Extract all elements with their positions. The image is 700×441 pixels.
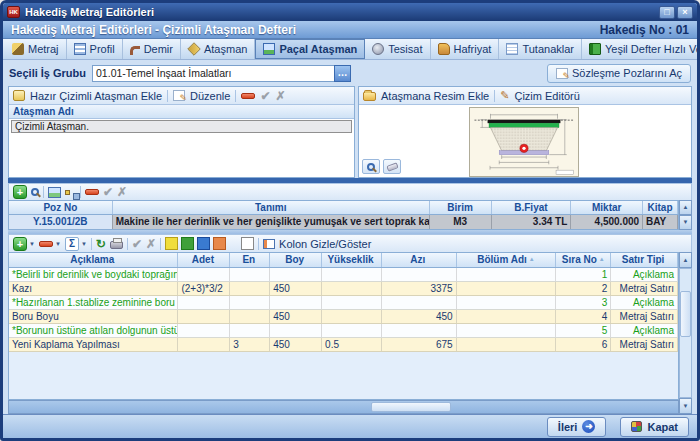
poz-column-header[interactable]: Birim [430,201,492,214]
satir-tipi-cell[interactable]: Metraj Satırı [611,338,678,351]
grid-row[interactable]: *Borunun üstüne atılan dolgunun üstüne d… [9,324,678,338]
scroll-up-icon[interactable]: ▲ [679,252,692,268]
poz-column-header[interactable]: Tanımı [113,201,430,214]
azi-cell[interactable] [382,268,457,281]
horizontal-scroll-thumb[interactable] [371,402,451,412]
boy-cell[interactable]: 450 [270,282,322,295]
grid-confirm-icon[interactable]: ✔ [132,237,142,251]
delete-attachment-icon[interactable] [241,93,255,99]
blue-highlight-swatch[interactable] [197,237,210,250]
tab-pacal-atasman[interactable]: Paçal Ataşman [255,39,365,59]
adet-cell[interactable] [178,338,230,351]
green-highlight-swatch[interactable] [181,237,194,250]
grid-column-header[interactable]: Bölüm Adı▲ [457,253,557,267]
scroll-down-icon[interactable]: ▼ [679,398,692,414]
add-poz-button[interactable]: + [13,185,27,199]
grid-row[interactable]: Boru Boyu 450 450 4 Metraj Satırı [9,310,678,324]
grid-column-header[interactable]: En [230,253,270,267]
vertical-scrollbar[interactable]: ▲ ▼ [679,252,692,414]
en-cell[interactable] [230,268,270,281]
satir-tipi-cell[interactable]: Metraj Satırı [611,282,678,295]
poz-no-cell[interactable]: Y.15.001/2B [9,215,113,229]
boy-cell[interactable] [270,324,322,337]
grid-row[interactable]: *Belirli bir derinlik ve boydaki toprağı… [9,268,678,282]
poz-preview-icon[interactable] [48,187,61,198]
yellow-highlight-swatch[interactable] [165,237,178,250]
azi-cell[interactable]: 450 [382,310,457,323]
poz-table-row[interactable]: Y.15.001/2B Makine ile her derinlik ve h… [8,215,679,230]
clear-preview-button[interactable] [383,159,401,174]
en-cell[interactable] [230,324,270,337]
poz-column-header[interactable]: Poz No [9,201,113,214]
grid-column-header[interactable]: Açıklama [9,253,178,267]
yukseklik-cell[interactable] [322,296,382,309]
grid-cancel-icon[interactable]: ✗ [146,237,156,251]
yukseklik-cell[interactable] [322,310,382,323]
yukseklik-cell[interactable] [322,282,382,295]
poz-column-header[interactable]: Kitap [643,201,678,214]
drawing-editor-button[interactable]: Çizim Editörü [514,90,579,102]
work-group-input[interactable] [92,65,334,82]
next-button[interactable]: İleri ➜ [547,417,607,437]
add-row-button[interactable]: + [13,237,27,251]
sum-dropdown-icon[interactable]: ▼ [81,241,87,247]
bolum-adi-cell[interactable] [457,268,557,281]
bolum-adi-cell[interactable] [457,324,557,337]
boy-cell[interactable]: 450 [270,310,322,323]
adet-cell[interactable] [178,324,230,337]
adet-cell[interactable] [178,268,230,281]
vertical-scroll-track[interactable] [679,268,692,398]
delete-poz-icon[interactable] [85,189,99,195]
aciklama-cell[interactable]: *Hazırlanan 1.stablize zeminine boru döş… [9,296,178,309]
poz-tanim-cell[interactable]: Makine ile her derinlik ve her genişlikt… [113,215,430,229]
grid-column-header[interactable]: Boy [270,253,322,267]
delete-row-button[interactable] [39,241,53,247]
attachment-list-item[interactable]: Çizimli Ataşman. [11,120,352,133]
aciklama-cell[interactable]: Kazı [9,282,178,295]
boy-cell[interactable] [270,268,322,281]
tab-yesil-defter[interactable]: Yeşil Defter Hızlı Veri Girişi [582,39,700,59]
scroll-down-icon[interactable]: ▼ [679,215,692,230]
azi-cell[interactable]: 3375 [382,282,457,295]
grid-row[interactable]: Kazı (2+3)*3/2 450 3375 2 Metraj Satırı [9,282,678,296]
poz-column-header[interactable]: Miktar [571,201,643,214]
en-cell[interactable]: 3 [230,338,270,351]
horizontal-scrollbar[interactable] [8,400,679,414]
browse-poz-icon[interactable] [31,188,39,196]
scroll-up-icon[interactable]: ▲ [679,200,692,215]
yukseklik-cell[interactable] [322,324,382,337]
boy-cell[interactable]: 450 [270,338,322,351]
poz-bfiyat-cell[interactable]: 3.34 TL [492,215,572,229]
poz-kitap-cell[interactable]: BAY [643,215,678,229]
adet-cell[interactable] [178,296,230,309]
tab-atasman[interactable]: Ataşman [181,39,255,59]
adet-cell[interactable]: (2+3)*3/2 [178,282,230,295]
bolum-adi-cell[interactable] [457,310,557,323]
sira-no-cell[interactable]: 6 [556,338,611,351]
open-contract-items-button[interactable]: Sözleşme Pozlarını Aç [547,64,691,83]
tab-tesisat[interactable]: Tesisat [365,39,430,59]
satir-tipi-cell[interactable]: Metraj Satırı [611,310,678,323]
vertical-scroll-thumb[interactable] [680,291,691,337]
maximize-button[interactable]: □ [659,6,675,19]
tab-tutanaklar[interactable]: Tutanaklar [499,39,582,59]
tab-metraj[interactable]: Metraj [5,39,67,59]
yukseklik-cell[interactable]: 0.5 [322,338,382,351]
grid-column-header[interactable]: Satır Tipi [611,253,678,267]
en-cell[interactable] [230,310,270,323]
sum-function-button[interactable]: Σ [65,237,79,251]
sira-no-cell[interactable]: 1 [556,268,611,281]
poz-confirm-icon[interactable]: ✔ [103,185,113,199]
delete-row-dropdown-icon[interactable]: ▼ [55,241,61,247]
poz-tree-icon[interactable] [65,190,70,195]
boy-cell[interactable] [270,296,322,309]
close-window-button[interactable]: × [677,6,693,19]
tab-demir[interactable]: Demir [123,39,181,59]
grid-row[interactable]: *Hazırlanan 1.stablize zeminine boru döş… [9,296,678,310]
sira-no-cell[interactable]: 5 [556,324,611,337]
printer-icon[interactable] [110,241,123,249]
grid-row[interactable]: Yeni Kaplama Yapılması 3 450 0.5 675 6 M… [9,338,678,352]
bolum-adi-cell[interactable] [457,338,557,351]
refresh-icon[interactable]: ↻ [96,238,106,250]
add-image-button[interactable]: Ataşmana Resim Ekle [381,90,489,102]
